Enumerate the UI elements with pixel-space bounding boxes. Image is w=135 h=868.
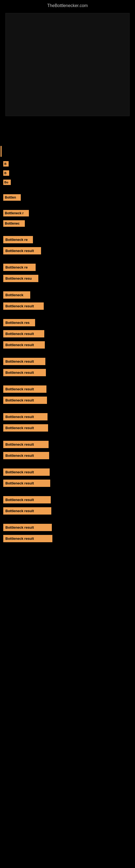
sidebar-indicator-1 [0, 143, 135, 159]
result-row: Bo [1, 178, 134, 187]
result-row: Bottleneck result [1, 439, 134, 450]
result-row: Bottlenec [1, 219, 134, 228]
result-label: Bottleneck result [3, 441, 49, 448]
result-row: B [1, 159, 134, 168]
result-row: Bottleneck result [1, 495, 134, 505]
result-label: Bottleneck result [3, 385, 46, 393]
result-row: Bottleneck result [1, 395, 134, 405]
result-row: Bottleneck result [1, 329, 134, 339]
row-gap [1, 461, 134, 467]
result-label: Bottlen [3, 194, 21, 201]
result-row: Bottleneck r [1, 208, 134, 218]
result-row: Bottleneck result [1, 450, 134, 461]
result-label: Bottleneck res [3, 319, 35, 326]
result-row: Bottleneck result [1, 522, 134, 533]
result-row: Bottleneck result [1, 367, 134, 378]
section-gap [0, 127, 135, 143]
result-label: Bottleneck result [3, 535, 52, 542]
result-label: Bottleneck result [3, 468, 50, 476]
row-gap [1, 489, 134, 495]
result-row: B [1, 169, 134, 177]
chart-area [0, 13, 135, 127]
chart-inner [5, 13, 130, 116]
row-gap [1, 378, 134, 384]
result-row: Bottleneck re [1, 235, 134, 245]
result-row: Bottleneck result [1, 423, 134, 433]
row-gap [1, 434, 134, 439]
result-label: Bottleneck r [3, 210, 29, 216]
result-label: Bottleneck result [3, 369, 46, 376]
row-gap [1, 257, 134, 262]
result-row: Bottlen [1, 193, 134, 203]
result-row: Bottleneck resu [1, 273, 134, 284]
result-label: Bottleneck re [3, 264, 36, 271]
result-row: Bottleneck result [1, 478, 134, 489]
result-row: Bottleneck result [1, 356, 134, 367]
result-label: Bottleneck result [3, 247, 41, 254]
result-row: Bottleneck result [1, 301, 134, 311]
sidebar-bar-1 [1, 146, 2, 157]
result-label: Bottleneck resu [3, 275, 38, 282]
result-row: Bottleneck res [1, 317, 134, 328]
result-label: Bottleneck result [3, 507, 51, 515]
result-label: Bottleneck [3, 291, 30, 299]
row-gap [1, 517, 134, 522]
result-row: Bottleneck result [1, 340, 134, 350]
result-label: Bottlenec [3, 220, 25, 227]
result-label: Bottleneck result [3, 358, 45, 365]
result-row: Bottleneck result [1, 467, 134, 477]
result-row: Bottleneck result [1, 533, 134, 544]
row-gap [1, 312, 134, 317]
row-gap [1, 187, 134, 193]
result-label: Bottleneck result [3, 303, 44, 310]
row-gap [1, 203, 134, 208]
result-label: Bottleneck result [3, 413, 48, 421]
result-label: Bottleneck result [3, 479, 50, 487]
site-title: TheBottlenecker.com [0, 0, 135, 10]
result-row: Bottleneck re [1, 262, 134, 273]
result-row: Bottleneck result [1, 411, 134, 422]
result-label: Bottleneck result [3, 424, 48, 432]
result-label: Bottleneck result [3, 341, 45, 348]
results-container: B B Bo Bottlen Bottleneck r Bottlenec Bo… [0, 159, 135, 544]
result-row: Bottleneck [1, 290, 134, 300]
result-label: Bottleneck result [3, 524, 52, 531]
result-label: B [3, 161, 9, 166]
row-gap [1, 351, 134, 356]
result-label: Bottleneck re [3, 236, 33, 243]
title-text: TheBottlenecker.com [0, 0, 135, 10]
result-label: Bo [3, 180, 11, 185]
result-label: Bottleneck result [3, 397, 47, 404]
result-row: Bottleneck result [1, 246, 134, 256]
result-row: Bottleneck result [1, 384, 134, 394]
row-gap [1, 406, 134, 411]
result-label: Bottleneck result [3, 330, 44, 337]
result-label: Bottleneck result [3, 496, 51, 503]
row-gap [1, 229, 134, 235]
result-label: Bottleneck result [3, 452, 49, 459]
row-gap [1, 284, 134, 290]
result-row: Bottleneck result [1, 506, 134, 516]
result-label: B [3, 170, 9, 176]
